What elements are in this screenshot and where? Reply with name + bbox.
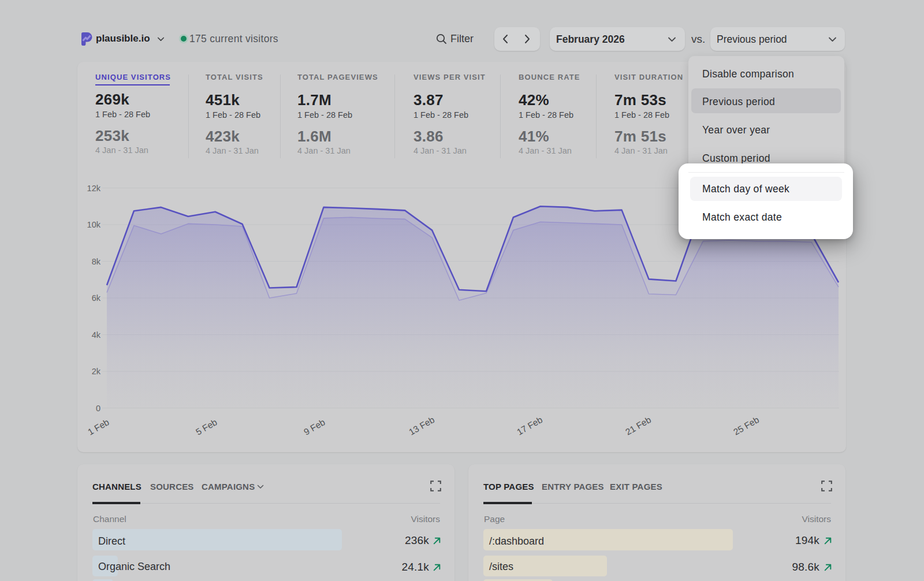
svg-text:5 Feb: 5 Feb xyxy=(194,417,219,437)
svg-text:6k: 6k xyxy=(92,293,101,303)
svg-text:8k: 8k xyxy=(92,257,101,266)
svg-text:17 Feb: 17 Feb xyxy=(515,415,544,437)
svg-text:4k: 4k xyxy=(92,330,101,340)
svg-text:9 Feb: 9 Feb xyxy=(302,417,327,437)
svg-text:0: 0 xyxy=(96,404,100,413)
svg-text:12k: 12k xyxy=(87,184,101,193)
svg-text:10k: 10k xyxy=(87,220,101,229)
svg-text:1 Feb: 1 Feb xyxy=(86,417,111,437)
svg-text:21 Feb: 21 Feb xyxy=(624,415,653,437)
svg-text:13 Feb: 13 Feb xyxy=(407,415,436,437)
svg-text:25 Feb: 25 Feb xyxy=(732,415,761,437)
svg-text:2k: 2k xyxy=(92,367,101,376)
